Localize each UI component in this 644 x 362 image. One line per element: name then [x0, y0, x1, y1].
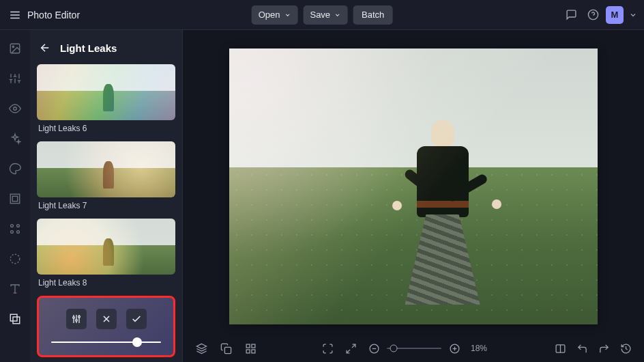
chevron-down-icon: [334, 12, 341, 18]
preset-light-leaks-7[interactable]: Light Leaks 7: [37, 141, 175, 210]
fit-screen-icon[interactable]: [320, 341, 335, 356]
topbar-right: M: [562, 6, 639, 24]
svg-rect-18: [12, 196, 18, 201]
bottom-right: [553, 341, 633, 356]
bottom-left: [194, 341, 258, 356]
chevron-down-icon: [284, 12, 291, 18]
svg-point-23: [10, 254, 20, 264]
adjust-tool-icon[interactable]: [5, 68, 25, 89]
intensity-slider[interactable]: [51, 342, 161, 343]
preset-light-leaks-6[interactable]: Light Leaks 6: [37, 64, 175, 133]
eye-tool-icon[interactable]: [5, 98, 25, 119]
svg-point-33: [75, 320, 77, 322]
side-panel: Light Leaks Light Leaks 6 Light Leaks 7 …: [30, 30, 183, 362]
svg-point-20: [17, 225, 20, 227]
preset-label: Light Leaks 6: [38, 124, 175, 133]
adjust-buttons: [48, 309, 164, 329]
open-button[interactable]: Open: [252, 5, 298, 25]
account-chevron-icon[interactable]: [628, 6, 639, 24]
svg-point-22: [17, 231, 20, 234]
panel-header: Light Leaks: [37, 40, 175, 56]
main: Light Leaks Light Leaks 6 Light Leaks 7 …: [0, 30, 644, 362]
svg-point-21: [11, 231, 14, 234]
svg-rect-41: [251, 349, 254, 352]
palette-tool-icon[interactable]: [5, 158, 25, 179]
svg-marker-37: [196, 344, 206, 348]
actual-size-icon[interactable]: [343, 341, 358, 356]
avatar[interactable]: M: [606, 6, 624, 24]
zoom-cluster: 18%: [366, 341, 491, 356]
copy-icon[interactable]: [218, 341, 233, 356]
canvas-viewport[interactable]: [183, 30, 644, 335]
overlay-tool-icon[interactable]: [5, 309, 25, 329]
preset-label: Light Leaks 7: [38, 201, 175, 210]
panel-title: Light Leaks: [60, 42, 117, 54]
cancel-x-icon[interactable]: [96, 309, 117, 329]
zoom-in-icon[interactable]: [447, 341, 462, 356]
ai-sparkle-tool-icon[interactable]: [5, 128, 25, 149]
svg-point-6: [12, 46, 14, 47]
svg-rect-39: [246, 344, 250, 348]
svg-rect-17: [10, 194, 20, 204]
svg-line-43: [351, 344, 355, 348]
help-icon[interactable]: [584, 6, 602, 24]
elements-tool-icon[interactable]: [5, 219, 25, 239]
svg-point-34: [78, 316, 80, 318]
text-tool-icon[interactable]: [5, 279, 25, 299]
preset-thumb: [37, 219, 175, 275]
zoom-slider[interactable]: [387, 348, 441, 349]
back-arrow-icon[interactable]: [37, 40, 53, 56]
svg-rect-38: [224, 347, 231, 353]
history-icon[interactable]: [618, 341, 633, 356]
svg-rect-42: [246, 349, 250, 352]
topbar: Photo Editor Open Save Batch M: [0, 0, 644, 30]
slider-handle[interactable]: [132, 337, 142, 347]
settings-sliders-icon[interactable]: [66, 309, 87, 329]
canvas-area: 18%: [183, 30, 644, 362]
grid-icon[interactable]: [243, 341, 258, 356]
avatar-initial: M: [611, 10, 619, 20]
tool-rail: [0, 30, 30, 362]
feedback-icon[interactable]: [562, 6, 580, 24]
frame-tool-icon[interactable]: [5, 189, 25, 209]
preset-light-leaks-8[interactable]: Light Leaks 8: [37, 219, 175, 288]
layers-icon[interactable]: [194, 341, 209, 356]
redo-icon[interactable]: [596, 341, 611, 356]
preset-label: Light Leaks 8: [38, 278, 175, 288]
preset-thumb: [37, 64, 175, 120]
bottom-center: 18%: [267, 341, 543, 356]
image-tool-icon[interactable]: [5, 38, 25, 59]
save-label: Save: [310, 10, 330, 20]
open-label: Open: [259, 10, 280, 20]
zoom-out-icon[interactable]: [366, 341, 381, 356]
svg-rect-27: [13, 317, 20, 324]
topbar-center: Open Save Batch: [252, 5, 393, 25]
preset-thumb: [37, 141, 175, 197]
svg-point-19: [11, 225, 14, 227]
svg-line-44: [347, 349, 350, 352]
app-title: Photo Editor: [27, 10, 80, 20]
batch-button[interactable]: Batch: [353, 5, 392, 25]
bottom-bar: 18%: [183, 335, 644, 362]
texture-tool-icon[interactable]: [5, 249, 25, 269]
svg-point-16: [14, 107, 17, 111]
svg-point-32: [72, 317, 74, 319]
save-button[interactable]: Save: [303, 5, 348, 25]
compare-icon[interactable]: [553, 341, 568, 356]
apply-check-icon[interactable]: [126, 309, 147, 329]
batch-label: Batch: [362, 10, 384, 20]
svg-rect-40: [251, 344, 254, 348]
zoom-percent: 18%: [467, 344, 491, 353]
adjust-panel: [37, 296, 175, 357]
undo-icon[interactable]: [574, 341, 589, 356]
svg-rect-26: [10, 314, 17, 321]
canvas-image: [229, 48, 598, 324]
hamburger-menu-icon[interactable]: [5, 5, 25, 25]
